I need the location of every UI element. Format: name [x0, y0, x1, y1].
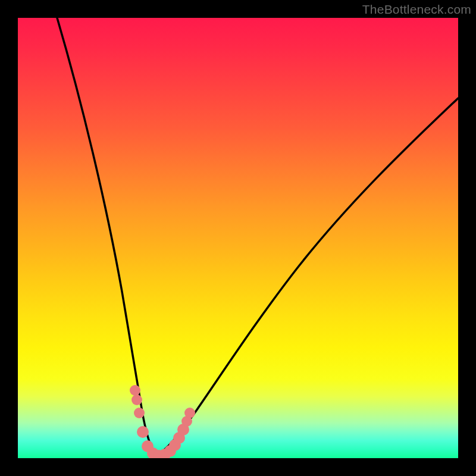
svg-point-2 [134, 408, 145, 418]
plot-area [18, 18, 458, 458]
curve-layer [18, 18, 458, 458]
curve-left-branch [57, 18, 156, 456]
svg-point-13 [184, 408, 195, 418]
chart-frame: TheBottleneck.com [0, 0, 476, 476]
curve-right-branch [156, 98, 458, 456]
svg-point-0 [130, 385, 140, 396]
marker-cluster [130, 385, 195, 458]
svg-point-1 [131, 394, 142, 405]
watermark-text: TheBottleneck.com [362, 2, 471, 17]
svg-point-3 [137, 426, 149, 438]
